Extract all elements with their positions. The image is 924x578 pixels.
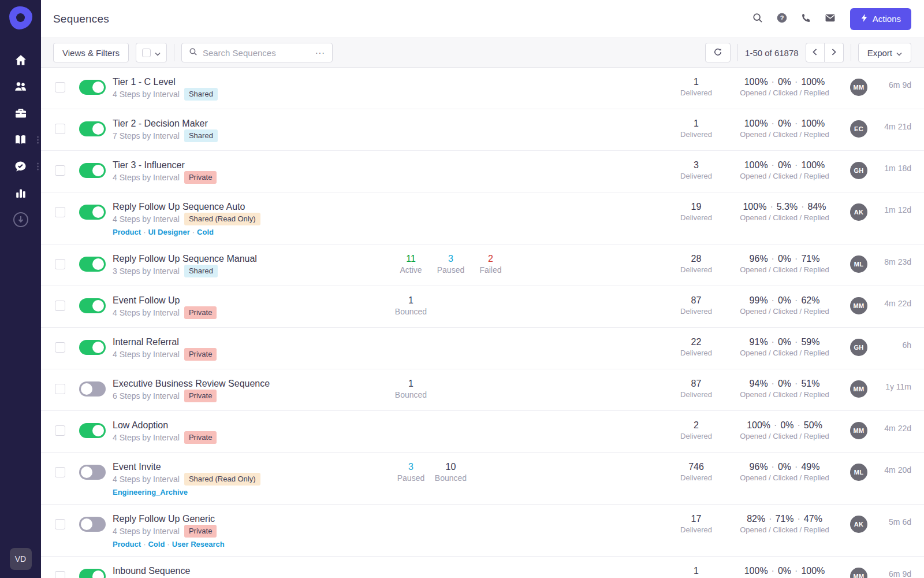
sidebar-item-home[interactable] <box>0 47 41 73</box>
owner-avatar[interactable]: EC <box>850 120 867 138</box>
sequence-steps: 4 Steps by Interval <box>113 349 180 360</box>
sidebar-item-accounts[interactable] <box>0 100 41 127</box>
sequence-toggle[interactable] <box>79 465 106 480</box>
owner-avatar[interactable]: ML <box>850 464 867 481</box>
sequence-tag[interactable]: Cold <box>197 228 214 236</box>
export-button[interactable]: Export <box>858 43 911 62</box>
ocr-label: Opened / Clicked / Replied <box>728 348 841 358</box>
sequence-toggle[interactable] <box>79 205 106 220</box>
row-checkbox[interactable] <box>55 425 65 436</box>
search-options-icon[interactable]: ··· <box>315 48 325 57</box>
actions-button[interactable]: Actions <box>850 8 911 30</box>
ocr-label: Opened / Clicked / Replied <box>728 473 841 483</box>
status-failed: 2Failed <box>471 253 511 276</box>
last-activity-time: 1m 18d <box>875 164 911 173</box>
next-page-button[interactable] <box>825 43 844 62</box>
sequence-toggle[interactable] <box>79 257 106 272</box>
sequence-name[interactable]: Tier 3 - Influencer <box>113 159 217 171</box>
sequence-name[interactable]: Event Follow Up <box>113 294 217 306</box>
search-sequences-input[interactable]: Search Sequences ··· <box>181 43 333 62</box>
select-all-checkbox[interactable] <box>142 49 151 57</box>
sequence-toggle[interactable] <box>79 340 106 355</box>
sequence-name[interactable]: Reply Follow Up Sequence Manual <box>113 253 257 265</box>
sequence-toggle[interactable] <box>79 80 106 95</box>
sequence-tag[interactable]: Product <box>113 540 141 549</box>
delivered-label: Delivered <box>669 525 724 535</box>
user-avatar[interactable]: VD <box>10 548 32 570</box>
sequence-tag[interactable]: User Research <box>172 540 225 549</box>
owner-avatar[interactable]: MM <box>850 79 867 96</box>
sequence-toggle[interactable] <box>79 121 106 136</box>
owner-avatar[interactable]: GH <box>850 162 867 179</box>
row-checkbox[interactable] <box>55 342 65 353</box>
sequence-tag[interactable]: UI Designer <box>148 228 189 236</box>
mailbox-button[interactable] <box>820 9 841 29</box>
kebab-menu-icon[interactable] <box>37 136 39 144</box>
row-checkbox[interactable] <box>55 207 65 217</box>
owner-avatar[interactable]: GH <box>850 339 867 356</box>
select-all-dropdown[interactable] <box>136 43 167 62</box>
help-button[interactable]: ? <box>772 9 792 29</box>
sequence-toggle[interactable] <box>79 423 106 438</box>
sequence-name[interactable]: Low Adoption <box>113 419 217 431</box>
sequence-name[interactable]: Executive Business Review Sequence <box>113 377 270 390</box>
prev-page-button[interactable] <box>806 43 825 62</box>
sequence-tag[interactable]: Cold <box>148 540 165 549</box>
owner-avatar[interactable]: MM <box>850 422 867 439</box>
ocr-values: 91%·0%·59% <box>728 336 841 348</box>
delivered-label: Delivered <box>669 88 724 98</box>
sequence-name[interactable]: Tier 1 - C Level <box>113 76 218 88</box>
sequence-row: Tier 2 - Decision Maker 7 Steps by Inter… <box>41 109 924 151</box>
sequence-toggle[interactable] <box>79 517 106 532</box>
sequence-toggle[interactable] <box>79 163 106 178</box>
row-checkbox[interactable] <box>55 165 65 176</box>
sequence-tag[interactable]: Product <box>113 228 141 236</box>
views-filters-button[interactable]: Views & Filters <box>53 43 129 62</box>
kebab-menu-icon[interactable] <box>37 163 39 171</box>
owner-avatar[interactable]: AK <box>850 516 867 533</box>
ocr-label: Opened / Clicked / Replied <box>728 525 841 535</box>
last-activity-time: 1m 12d <box>875 205 911 214</box>
row-checkbox[interactable] <box>55 467 65 477</box>
owner-avatar[interactable]: AK <box>850 203 867 221</box>
sequence-name[interactable]: Reply Follow Up Generic <box>113 513 225 525</box>
sidebar-item-reports[interactable] <box>0 180 41 206</box>
sequence-toggle[interactable] <box>79 298 106 313</box>
calls-button[interactable] <box>796 9 817 29</box>
sidebar-item-people[interactable] <box>0 73 41 100</box>
sequence-badge: Private <box>184 431 217 444</box>
sequence-badge: Shared <box>184 265 218 277</box>
sidebar-item-downloads[interactable] <box>0 206 41 233</box>
delivered-value: 1 <box>669 117 724 129</box>
sequence-steps: 3 Steps by Interval <box>113 266 180 277</box>
sequence-toggle[interactable] <box>79 381 106 397</box>
briefcase-icon <box>14 106 28 120</box>
sidebar-item-tasks[interactable] <box>0 153 41 180</box>
row-checkbox[interactable] <box>55 124 65 134</box>
app-logo-icon[interactable] <box>9 6 32 29</box>
toolbar-divider <box>737 44 738 61</box>
sequence-name[interactable]: Event Invite <box>113 461 260 473</box>
row-checkbox[interactable] <box>55 301 65 311</box>
sequence-name[interactable]: Tier 2 - Decision Maker <box>113 117 218 129</box>
sidebar-item-playbooks[interactable] <box>0 127 41 153</box>
row-checkbox[interactable] <box>55 259 65 269</box>
delivered-value: 87 <box>669 377 724 390</box>
refresh-button[interactable] <box>705 43 731 62</box>
owner-avatar[interactable]: ML <box>850 255 867 273</box>
sequence-toggle[interactable] <box>79 569 106 578</box>
sequence-name[interactable]: Internal Referral <box>113 336 217 348</box>
owner-avatar[interactable]: MM <box>850 297 867 314</box>
global-search-button[interactable] <box>747 9 768 29</box>
delivered-value: 22 <box>669 336 724 348</box>
sequence-name[interactable]: Inbound Sequence <box>113 565 190 577</box>
row-checkbox[interactable] <box>55 384 65 394</box>
sequence-name[interactable]: Reply Follow Up Sequence Auto <box>113 201 260 213</box>
row-checkbox[interactable] <box>55 82 65 92</box>
owner-avatar[interactable]: MM <box>850 568 867 578</box>
row-checkbox[interactable] <box>55 519 65 529</box>
row-checkbox[interactable] <box>55 571 65 578</box>
sequence-tag[interactable]: Engineering_Archive <box>113 488 188 497</box>
ocr-column: 94%·0%·51% Opened / Clicked / Replied <box>728 377 841 400</box>
owner-avatar[interactable]: MM <box>850 380 867 398</box>
